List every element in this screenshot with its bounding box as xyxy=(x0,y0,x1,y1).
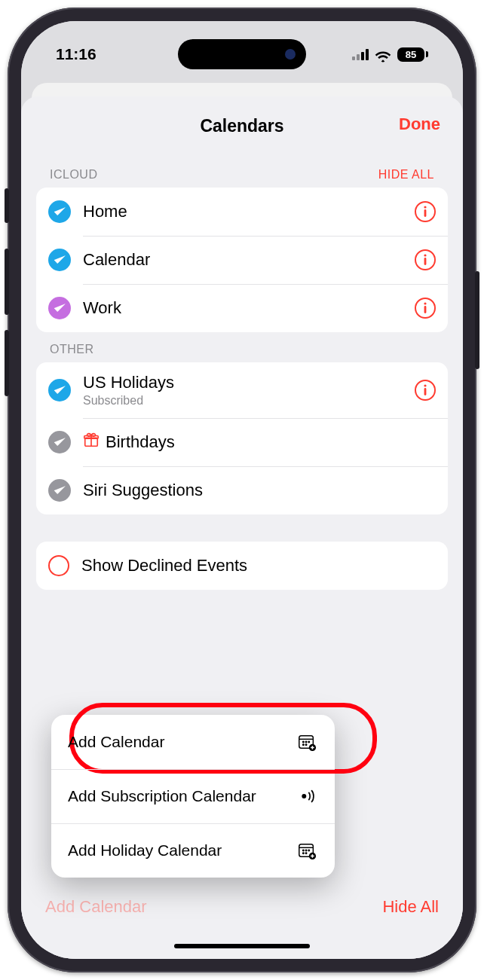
cellular-icon xyxy=(352,49,369,60)
svg-point-26 xyxy=(308,850,309,850)
svg-point-4 xyxy=(424,302,426,304)
section-header-icloud: ICLOUD xyxy=(50,168,97,182)
calendar-row-siri-suggestions[interactable]: Siri Suggestions xyxy=(36,466,448,514)
svg-rect-7 xyxy=(424,388,427,395)
checkmark-icon xyxy=(48,249,71,271)
svg-point-14 xyxy=(305,741,306,742)
svg-point-25 xyxy=(305,850,306,850)
battery-level: 85 xyxy=(397,47,424,62)
section-header-other: OTHER xyxy=(50,343,94,356)
icloud-calendar-group: Home Calendar xyxy=(36,188,448,332)
svg-rect-3 xyxy=(424,258,427,265)
home-indicator[interactable] xyxy=(174,944,310,948)
menu-item-label: Add Subscription Calendar xyxy=(68,786,256,806)
add-calendar-popover: Add Calendar Add Su xyxy=(51,715,335,878)
checkmark-icon xyxy=(48,200,71,223)
calendar-label: Birthdays xyxy=(106,432,175,452)
svg-point-6 xyxy=(424,384,426,386)
status-time: 11:16 xyxy=(56,45,96,63)
hide-all-button[interactable]: Hide All xyxy=(382,897,439,917)
svg-point-17 xyxy=(305,744,306,745)
calendar-label: Work xyxy=(83,298,403,318)
svg-point-28 xyxy=(305,853,306,853)
checkmark-icon xyxy=(48,431,71,453)
svg-point-27 xyxy=(303,853,304,853)
calendar-row-home[interactable]: Home xyxy=(36,188,448,236)
hide-all-icloud-button[interactable]: HIDE ALL xyxy=(378,168,434,182)
menu-item-label: Add Holiday Calendar xyxy=(68,841,222,860)
done-button[interactable]: Done xyxy=(399,114,440,134)
svg-rect-5 xyxy=(424,306,427,313)
menu-item-label: Add Calendar xyxy=(68,732,164,752)
svg-point-24 xyxy=(303,850,304,850)
calendar-row-us-holidays[interactable]: US Holidays Subscribed xyxy=(36,362,448,418)
page-title: Calendars xyxy=(41,116,443,136)
calendar-row-work[interactable]: Work xyxy=(36,284,448,332)
info-icon[interactable] xyxy=(415,249,436,270)
menu-item-add-calendar[interactable]: Add Calendar xyxy=(51,715,335,769)
other-calendar-group: US Holidays Subscribed xyxy=(36,362,448,514)
wifi-icon xyxy=(375,48,391,60)
menu-item-add-holiday[interactable]: Add Holiday Calendar xyxy=(51,823,335,878)
svg-point-15 xyxy=(308,741,309,742)
checkmark-icon xyxy=(48,297,71,319)
add-calendar-button[interactable]: Add Calendar xyxy=(45,897,147,917)
calendar-row-birthdays[interactable]: Birthdays xyxy=(36,418,448,466)
calendar-label: US Holidays xyxy=(83,373,403,392)
svg-point-2 xyxy=(424,254,426,256)
phone-frame: 11:16 85 Calendars Done xyxy=(8,8,476,972)
checkmark-icon xyxy=(48,479,71,502)
radio-icon xyxy=(48,555,69,576)
declined-events-group: Show Declined Events xyxy=(36,542,448,590)
svg-rect-1 xyxy=(424,209,427,217)
calendar-label: Home xyxy=(83,202,403,221)
screen: 11:16 85 Calendars Done xyxy=(21,21,463,959)
calendar-add-icon xyxy=(296,841,318,860)
calendar-add-icon xyxy=(296,732,318,752)
nav-bar: Calendars Done xyxy=(21,110,463,150)
calendar-row-calendar[interactable]: Calendar xyxy=(36,236,448,284)
svg-point-0 xyxy=(424,206,426,208)
calendar-label: Calendar xyxy=(83,250,403,270)
show-declined-label: Show Declined Events xyxy=(81,556,436,575)
battery-icon: 85 xyxy=(397,47,428,62)
calendars-sheet: Calendars Done ICLOUD HIDE ALL Home xyxy=(21,96,463,959)
menu-item-add-subscription[interactable]: Add Subscription Calendar xyxy=(51,769,335,823)
broadcast-icon xyxy=(296,786,318,806)
dynamic-island xyxy=(178,39,306,69)
checkmark-icon xyxy=(48,379,71,401)
show-declined-row[interactable]: Show Declined Events xyxy=(36,542,448,590)
svg-point-13 xyxy=(303,741,304,742)
info-icon[interactable] xyxy=(415,380,436,401)
info-icon[interactable] xyxy=(415,298,436,319)
calendar-label: Siri Suggestions xyxy=(83,481,436,500)
calendar-sublabel: Subscribed xyxy=(83,394,403,408)
gift-icon xyxy=(83,432,100,453)
info-icon[interactable] xyxy=(415,201,436,222)
svg-point-21 xyxy=(302,794,306,798)
svg-point-16 xyxy=(303,744,304,745)
